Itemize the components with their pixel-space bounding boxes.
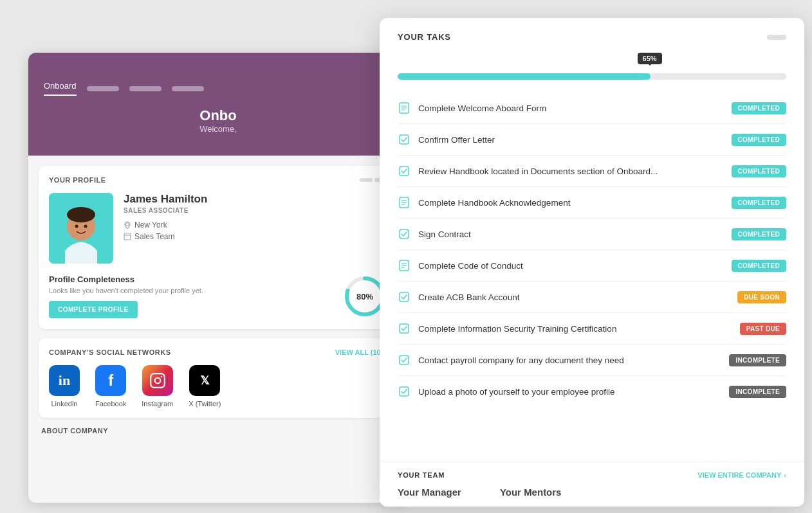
- task-left: Create ACB Bank Account: [398, 291, 737, 303]
- svg-point-6: [126, 223, 129, 226]
- team-icon: [124, 233, 131, 240]
- profile-team: Sales Team: [124, 232, 387, 241]
- task-left: Complete Handbook Acknowledgement: [398, 196, 732, 209]
- progress-bar-bg: [398, 73, 786, 80]
- task-left: Sign Contract: [398, 228, 732, 240]
- svg-rect-30: [400, 292, 409, 302]
- location-icon: [124, 221, 131, 229]
- tasks-header: YOUR TAKS: [380, 18, 804, 42]
- tasks-list: Complete Welcome Aboard FormCOMPLETED Co…: [380, 93, 804, 407]
- tasks-panel: YOUR TAKS 65% Complete Welcome Aboard Fo…: [380, 18, 804, 507]
- team-title: YOUR TEAM: [398, 471, 445, 479]
- task-item[interactable]: Complete Handbook AcknowledgementCOMPLET…: [398, 187, 786, 219]
- task-left: Complete Information Security Training C…: [398, 322, 740, 335]
- svg-point-4: [75, 225, 78, 228]
- task-label: Complete Welcome Aboard Form: [418, 104, 546, 113]
- task-badge: COMPLETED: [732, 102, 786, 114]
- task-item[interactable]: Review Handbook located in Documents sec…: [398, 156, 786, 187]
- svg-rect-19: [400, 135, 409, 144]
- svg-point-5: [84, 225, 88, 228]
- team-section: YOUR TEAM VIEW ENTIRE COMPANY › Your Man…: [380, 462, 804, 507]
- task-badge: COMPLETED: [732, 260, 786, 272]
- svg-rect-12: [151, 374, 165, 388]
- background-app: Onboard Onbo Welcome, YOUR PROFILE: [28, 53, 408, 503]
- about-section: ABOUT COMPANY: [39, 427, 398, 435]
- task-left: Complete Code of Conduct: [398, 259, 732, 272]
- bg-title: Onbo: [44, 101, 392, 124]
- task-item[interactable]: Confirm Offer LetterCOMPLETED: [398, 124, 786, 156]
- task-left: Complete Welcome Aboard Form: [398, 102, 732, 114]
- profile-name: James Hamilton: [124, 193, 387, 206]
- progress-section: 65%: [380, 42, 804, 93]
- bg-nav: Onboard: [44, 81, 392, 96]
- task-badge: COMPLETED: [732, 134, 786, 146]
- task-label: Confirm Offer Letter: [418, 135, 495, 145]
- task-item[interactable]: Complete Information Security Training C…: [398, 313, 786, 345]
- check-icon: [398, 291, 411, 303]
- task-badge: COMPLETED: [732, 228, 786, 240]
- facebook-icon: f: [95, 365, 126, 396]
- facebook-label: Facebook: [95, 400, 126, 408]
- bg-content: YOUR PROFILE: [28, 156, 408, 445]
- social-title: COMPANY'S SOCIAL NETWORKS: [49, 348, 171, 356]
- social-item-linkedin[interactable]: in Linkedin: [49, 365, 80, 408]
- profile-completeness: Profile Completeness Looks like you have…: [49, 274, 387, 319]
- check-icon: [398, 133, 411, 146]
- task-label: Contact payroll company for any document…: [418, 356, 624, 365]
- about-title: ABOUT COMPANY: [41, 427, 395, 435]
- task-label: Upload a photo of yourself to your emplo…: [418, 387, 614, 397]
- task-item[interactable]: Upload a photo of yourself to your emplo…: [398, 376, 786, 407]
- check-icon: [398, 385, 411, 398]
- svg-text:80%: 80%: [356, 292, 373, 302]
- social-item-twitter[interactable]: 𝕏 X (Twitter): [189, 365, 221, 408]
- task-label: Create ACB Bank Account: [418, 292, 520, 302]
- nav-onboard[interactable]: Onboard: [44, 81, 77, 96]
- task-item[interactable]: Create ACB Bank AccountDUE SOON: [398, 282, 786, 313]
- svg-rect-33: [400, 387, 409, 396]
- social-card: COMPANY'S SOCIAL NETWORKS VIEW ALL (10) …: [39, 338, 398, 418]
- task-badge: INCOMPLETE: [729, 386, 786, 398]
- task-left: Contact payroll company for any document…: [398, 354, 729, 366]
- twitter-icon: 𝕏: [189, 365, 220, 396]
- form-icon: [398, 259, 411, 272]
- svg-rect-32: [400, 356, 409, 364]
- completeness-text: Profile Completeness Looks like you have…: [49, 274, 203, 318]
- bg-subtitle: Welcome,: [44, 124, 392, 134]
- task-badge: COMPLETED: [732, 197, 786, 209]
- team-cols: Your Manager Your Mentors: [398, 487, 786, 498]
- location-text: New York: [134, 221, 167, 230]
- task-badge: INCOMPLETE: [729, 354, 786, 366]
- check-icon: [398, 354, 411, 366]
- nav-pill-3: [172, 86, 204, 91]
- task-label: Complete Code of Conduct: [418, 261, 523, 271]
- tasks-header-dots: [767, 35, 786, 40]
- complete-profile-button[interactable]: COMPLETE PROFILE: [49, 301, 138, 318]
- task-label: Complete Handbook Acknowledgement: [418, 198, 570, 208]
- header-dot-1: [767, 35, 786, 40]
- profile-details: James Hamilton SALES ASSOCIATE New York …: [124, 193, 387, 241]
- tasks-title: YOUR TAKS: [398, 32, 451, 42]
- task-item[interactable]: Complete Code of ConductCOMPLETED: [398, 250, 786, 282]
- dot-1: [360, 178, 373, 182]
- task-left: Review Handbook located in Documents sec…: [398, 165, 732, 177]
- view-company-link[interactable]: VIEW ENTIRE COMPANY ›: [697, 471, 786, 479]
- social-header: COMPANY'S SOCIAL NETWORKS VIEW ALL (10) …: [49, 348, 387, 356]
- avatar-svg: [49, 193, 113, 264]
- social-icons: in Linkedin f Facebook Instagra: [49, 365, 387, 408]
- social-item-instagram[interactable]: Instagram: [142, 365, 173, 408]
- check-icon: [398, 228, 411, 240]
- profile-card: YOUR PROFILE: [39, 166, 398, 329]
- task-label: Complete Information Security Training C…: [418, 324, 616, 334]
- task-item[interactable]: Complete Welcome Aboard FormCOMPLETED: [398, 93, 786, 124]
- task-item[interactable]: Sign ContractCOMPLETED: [398, 219, 786, 250]
- profile-info: James Hamilton SALES ASSOCIATE New York …: [49, 193, 387, 264]
- check-icon: [398, 165, 411, 177]
- linkedin-label: Linkedin: [51, 400, 78, 408]
- progress-tooltip: 65%: [638, 53, 662, 64]
- task-item[interactable]: Contact payroll company for any document…: [398, 345, 786, 376]
- task-left: Confirm Offer Letter: [398, 133, 732, 146]
- profile-location: New York: [124, 221, 387, 230]
- avatar: [49, 193, 113, 264]
- social-item-facebook[interactable]: f Facebook: [95, 365, 126, 408]
- instagram-icon: [142, 365, 173, 396]
